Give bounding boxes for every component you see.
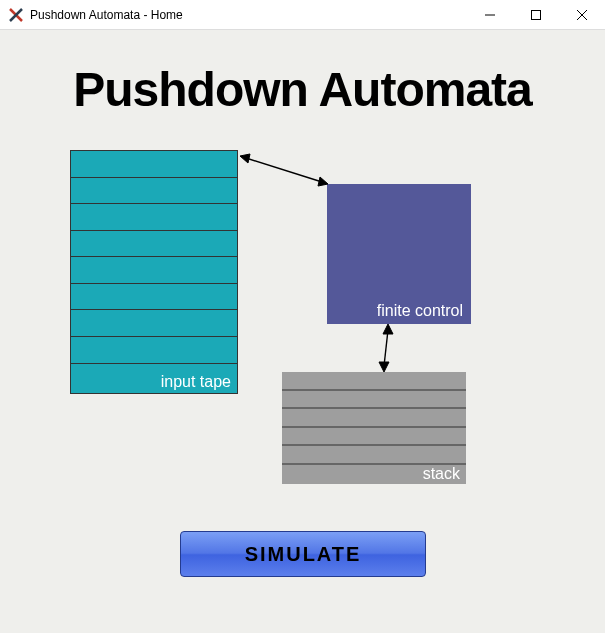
stack-cell — [282, 409, 466, 428]
tape-cell — [71, 178, 237, 205]
svg-marker-5 — [240, 154, 250, 163]
arrow-tape-to-control — [238, 150, 330, 190]
app-icon — [8, 7, 24, 23]
finite-control-box: finite control — [327, 184, 471, 324]
window-title: Pushdown Automata - Home — [30, 8, 467, 22]
window-controls — [467, 0, 605, 29]
simulate-button[interactable]: SIMULATE — [180, 531, 426, 577]
svg-marker-6 — [318, 177, 328, 186]
tape-cell — [71, 204, 237, 231]
stack-cell — [282, 428, 466, 447]
simulate-button-label: SIMULATE — [245, 543, 362, 566]
svg-rect-1 — [532, 10, 541, 19]
arrow-control-to-stack — [374, 324, 398, 372]
page-title: Pushdown Automata — [0, 62, 605, 117]
stack-box: stack — [282, 372, 466, 484]
tape-cell — [71, 337, 237, 364]
minimize-button[interactable] — [467, 0, 513, 29]
tape-cell — [71, 310, 237, 337]
stack-cell — [282, 372, 466, 391]
stack-label: stack — [282, 465, 466, 484]
input-tape-label: input tape — [71, 364, 237, 394]
pda-diagram: input tape finite control stack — [0, 150, 605, 530]
svg-marker-8 — [383, 324, 393, 334]
stack-cell — [282, 446, 466, 465]
stack-cell — [282, 391, 466, 410]
tape-cell — [71, 284, 237, 311]
input-tape-box: input tape — [70, 150, 238, 394]
tape-cell — [71, 151, 237, 178]
tape-cell — [71, 231, 237, 258]
svg-line-7 — [384, 330, 388, 366]
svg-marker-9 — [379, 362, 389, 372]
close-button[interactable] — [559, 0, 605, 29]
content-area: Pushdown Automata input tape finite cont… — [0, 30, 605, 633]
svg-line-4 — [246, 158, 322, 182]
maximize-button[interactable] — [513, 0, 559, 29]
finite-control-label: finite control — [377, 302, 463, 320]
titlebar: Pushdown Automata - Home — [0, 0, 605, 30]
tape-cell — [71, 257, 237, 284]
